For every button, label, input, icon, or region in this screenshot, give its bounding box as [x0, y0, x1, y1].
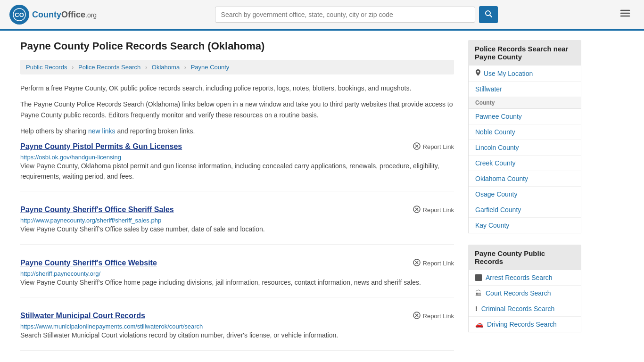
report-icon-2: [413, 259, 421, 268]
main-container: Payne County Police Records Search (Okla…: [11, 31, 633, 362]
result-title-row: Stillwater Municipal Court Records Repor…: [20, 312, 454, 321]
nearby-heading: Police Records Search near Payne County: [468, 40, 581, 66]
report-link-label-2: Report Link: [423, 260, 454, 267]
intro-text-2: The Payne County Police Records Search (…: [20, 99, 454, 120]
report-link-button-2[interactable]: Report Link: [413, 259, 454, 268]
svg-line-3: [490, 15, 492, 17]
public-records-section: Payne County Public Records Arrest Recor…: [468, 245, 581, 332]
result-url-2[interactable]: http://sheriff.paynecounty.org/: [20, 270, 100, 277]
public-records-link-3[interactable]: Driving Records Search: [487, 321, 557, 328]
breadcrumb-police-records-search[interactable]: Police Records Search: [78, 64, 140, 71]
result-item: Payne County Pistol Permits & Gun Licens…: [20, 142, 454, 192]
breadcrumb-sep-3: ›: [184, 64, 186, 71]
nearby-link-2[interactable]: Pawnee County: [475, 113, 522, 120]
result-link-0[interactable]: Payne County Pistol Permits & Gun Licens…: [20, 142, 182, 151]
public-records-link-2[interactable]: Criminal Records Search: [481, 305, 555, 313]
nearby-list-item-6: Oklahoma County: [469, 171, 581, 187]
result-url-0[interactable]: https://osbi.ok.gov/handgun-licensing: [20, 154, 121, 161]
public-records-heading: Payne County Public Records: [468, 245, 581, 270]
result-title-row: Payne County Sheriff's Office Website Re…: [20, 259, 454, 268]
svg-point-19: [477, 71, 479, 73]
public-records-link-0[interactable]: Arrest Records Search: [486, 274, 553, 281]
exclamation-icon: !: [475, 305, 478, 313]
result-url-1[interactable]: http://www.paynecounty.org/sheriff/sheri…: [20, 217, 161, 224]
nearby-link-7[interactable]: Osage County: [475, 190, 518, 198]
page-title: Payne County Police Records Search (Okla…: [20, 40, 454, 52]
result-title-row: Payne County Sheriff's Office Sheriff Sa…: [20, 206, 454, 214]
result-desc-2: View Payne County Sheriff's Office home …: [20, 277, 454, 288]
nearby-link-9[interactable]: Kay County: [475, 222, 509, 229]
breadcrumb-oklahoma[interactable]: Oklahoma: [152, 64, 180, 71]
result-item: Payne County Sheriff's Office Sheriff Sa…: [20, 206, 454, 244]
county-label: County: [469, 97, 581, 109]
nearby-list: Use My Location StillwaterCountyPawnee C…: [468, 66, 581, 233]
nearby-section: Police Records Search near Payne County …: [468, 40, 581, 233]
nearby-link-3[interactable]: Noble County: [475, 128, 515, 136]
nearby-link-5[interactable]: Creek County: [475, 159, 516, 167]
svg-text:CO: CO: [15, 11, 24, 18]
search-button[interactable]: [479, 6, 498, 23]
search-input[interactable]: [215, 7, 475, 23]
logo-county: County: [32, 10, 61, 19]
report-link-label-0: Report Link: [423, 143, 454, 150]
nearby-list-item-8: Garfield County: [469, 202, 581, 218]
report-link-button-3[interactable]: Report Link: [413, 312, 454, 321]
public-records-link-1[interactable]: Court Records Search: [486, 289, 551, 297]
breadcrumb-sep-1: ›: [72, 64, 74, 71]
result-title-row: Payne County Pistol Permits & Gun Licens…: [20, 142, 454, 151]
site-header: CO CountyOffice.org: [0, 0, 644, 31]
nearby-link-8[interactable]: Garfield County: [475, 206, 521, 214]
public-records-item-3: 🚗 Driving Records Search: [469, 317, 581, 332]
result-url-3[interactable]: https://www.municipalonlinepayments.com/…: [20, 323, 203, 330]
result-link-3[interactable]: Stillwater Municipal Court Records: [20, 312, 145, 320]
nearby-list-item-2: Pawnee County: [469, 109, 581, 124]
public-records-item-1: 🏛 Court Records Search: [469, 286, 581, 301]
sidebar: Police Records Search near Payne County …: [468, 40, 581, 362]
hamburger-menu-button[interactable]: [616, 6, 635, 24]
report-link-button-1[interactable]: Report Link: [413, 206, 454, 214]
location-pin-icon: [475, 69, 481, 77]
intro-text-1: Perform a free Payne County, OK public p…: [20, 83, 454, 93]
car-icon: 🚗: [475, 321, 483, 328]
main-content: Payne County Police Records Search (Okla…: [20, 40, 454, 362]
result-item: Stillwater Municipal Court Records Repor…: [20, 312, 454, 350]
search-area: [215, 6, 498, 23]
square-icon: [475, 274, 482, 281]
result-link-1[interactable]: Payne County Sheriff's Office Sheriff Sa…: [20, 206, 174, 214]
report-icon-0: [413, 142, 421, 151]
logo-text: CountyOffice.org: [32, 10, 97, 20]
new-links-link[interactable]: new links: [88, 127, 116, 135]
report-icon-1: [413, 206, 421, 214]
public-records-item-2: ! Criminal Records Search: [469, 301, 581, 317]
nearby-link-6[interactable]: Oklahoma County: [475, 175, 528, 182]
result-item: Payne County Sheriff's Office Website Re…: [20, 259, 454, 297]
nearby-list-item-3: Noble County: [469, 124, 581, 140]
nearby-list-item-4: Lincoln County: [469, 140, 581, 156]
intro3-prefix: Help others by sharing: [20, 127, 88, 135]
result-desc-0: View Payne County, Oklahoma pistol permi…: [20, 161, 454, 182]
nearby-list-item-9: Kay County: [469, 218, 581, 233]
result-link-2[interactable]: Payne County Sheriff's Office Website: [20, 259, 157, 267]
nearby-list-item-7: Osage County: [469, 187, 581, 202]
pillar-icon: 🏛: [475, 289, 482, 297]
intro3-suffix: and reporting broken links.: [116, 127, 195, 135]
public-records-list: Arrest Records Search 🏛 Court Records Se…: [468, 270, 581, 332]
public-records-item-0: Arrest Records Search: [469, 270, 581, 286]
report-link-button-0[interactable]: Report Link: [413, 142, 454, 151]
logo-icon: CO: [9, 5, 29, 25]
nearby-link-4[interactable]: Lincoln County: [475, 144, 519, 151]
logo-office: Office: [61, 10, 85, 19]
nearby-list-item-1: Stillwater: [469, 82, 581, 97]
nearby-link-0[interactable]: Use My Location: [484, 70, 533, 77]
nearby-list-item-5: Creek County: [469, 156, 581, 171]
breadcrumb-sep-2: ›: [145, 64, 147, 71]
breadcrumb-payne-county[interactable]: Payne County: [191, 64, 230, 71]
result-desc-1: View Payne County Sheriff's Office sales…: [20, 224, 454, 234]
report-icon-3: [413, 312, 421, 321]
intro-text-3: Help others by sharing new links and rep…: [20, 126, 454, 136]
breadcrumb-public-records[interactable]: Public Records: [26, 64, 67, 71]
nearby-list-item-0: Use My Location: [469, 66, 581, 82]
nearby-link-1[interactable]: Stillwater: [475, 85, 502, 93]
report-link-label-3: Report Link: [423, 313, 454, 320]
logo-area: CO CountyOffice.org: [9, 5, 97, 25]
